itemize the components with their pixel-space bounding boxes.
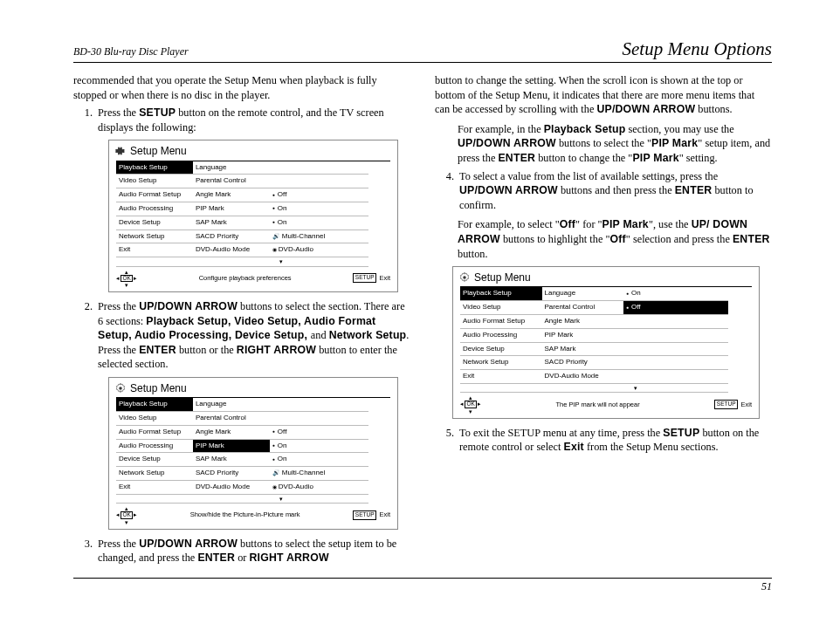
osd-screenshot-1: Setup Menu Playback SetupLanguageVideo S…	[108, 140, 398, 292]
osd-hint: Configure playback preferences	[144, 274, 345, 283]
gear-icon	[114, 145, 127, 157]
osd-screenshot-2: Setup Menu Playback SetupLanguageVideo S…	[108, 377, 398, 530]
page-number: 51	[73, 580, 772, 593]
step-2: 2. Press the UP/DOWN ARROW buttons to se…	[73, 299, 410, 372]
page-footer	[73, 578, 772, 579]
step-4: 4. To select a value from the list of av…	[435, 169, 772, 213]
gear-icon	[114, 382, 127, 394]
step-5: 5. To exit the SETUP menu at any time, p…	[435, 426, 772, 455]
osd-title: Setup Menu	[109, 140, 397, 160]
intro-text: recommended that you operate the Setup M…	[73, 73, 410, 102]
left-column: recommended that you operate the Setup M…	[73, 73, 410, 569]
right-column: button to change the setting. When the s…	[435, 73, 772, 569]
gear-icon	[458, 271, 471, 284]
step-1: 1. Press the SETUP button on the remote …	[73, 106, 410, 134]
osd-screenshot-3: Setup Menu Playback SetupLanguageOnVideo…	[452, 266, 760, 419]
step-3: 3. Press the UP/DOWN ARROW buttons to se…	[73, 537, 410, 565]
ok-pad-icon: ▴ ◂OK▸ ▾	[116, 269, 137, 289]
example-2: For example, to select "Off" for "PIP Ma…	[458, 217, 772, 261]
example-1: For example, in the Playback Setup secti…	[458, 122, 772, 166]
header-right: Setup Menu Options	[623, 38, 772, 60]
header-left: BD-30 Blu-ray Disc Player	[73, 45, 189, 58]
page-header: BD-30 Blu-ray Disc Player Setup Menu Opt…	[73, 38, 772, 63]
svg-point-1	[463, 276, 466, 279]
step-3-continued: button to change the setting. When the s…	[435, 73, 772, 117]
svg-point-0	[119, 387, 122, 390]
